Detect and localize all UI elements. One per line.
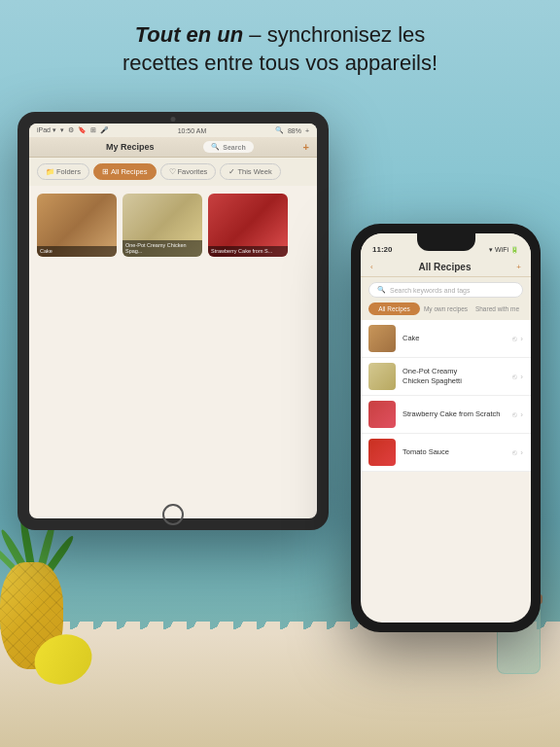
ipad-bookmark-icon: 🔖 (78, 126, 87, 134)
share-icon: ⎋ (512, 448, 517, 457)
ipad-recipe-cake[interactable]: Cake (37, 194, 117, 257)
ipad-tab-this-week[interactable]: ✓ This Week (220, 163, 280, 180)
ipad-status-bar: iPad ▾ ▾ ⚙ 🔖 ⊞ 🎤 10:50 AM 🔍 88% + (29, 124, 317, 137)
chicken-label: One-Pot Creamy Chicken Spag... (122, 240, 202, 257)
header-line-2: recettes entre tous vos appareils! (29, 50, 531, 78)
ipad-title: My Recipes (106, 142, 155, 152)
ipad-add-btn[interactable]: + (303, 141, 309, 153)
signal-icon: ▾ (489, 246, 493, 254)
ipad-screen: iPad ▾ ▾ ⚙ 🔖 ⊞ 🎤 10:50 AM 🔍 88% + My Rec… (29, 124, 317, 518)
iphone-time: 11:20 (372, 245, 392, 254)
wifi-icon: WiFi (495, 246, 508, 253)
iphone-recipe-item-tomato[interactable]: Tomato Sauce ⎋ › (361, 434, 531, 472)
strawberry-thumbnail (368, 401, 396, 428)
ipad-search-placeholder: Search (223, 144, 245, 151)
ipad-search-icon: 🔍 (211, 143, 220, 151)
ipad-add-icon: + (305, 127, 309, 134)
ipad-status-left: iPad ▾ ▾ ⚙ 🔖 ⊞ 🎤 (37, 126, 109, 134)
chevron-right-icon: › (520, 410, 523, 419)
iphone-sub-tabs: All Recipes My own recipes Shared with m… (361, 302, 531, 320)
ipad-search-bar[interactable]: 🔍 Search (203, 141, 253, 153)
strawberry-action-icons: ⎋ › (512, 410, 523, 419)
check-icon: ✓ (228, 167, 235, 176)
cake-action-icons: ⎋ › (512, 335, 523, 343)
chevron-right-icon: › (520, 448, 523, 457)
ipad-apps-icon: ⊞ (90, 126, 96, 134)
chevron-right-icon: › (520, 373, 523, 381)
cake-img-content (368, 325, 396, 352)
iphone-nav-bar: ‹ All Recipes + (361, 258, 531, 277)
tomato-img-content (368, 439, 396, 466)
header-line-1: Tout en un – synchronisez les (29, 21, 531, 50)
ipad-recipe-grid: Cake One-Pot Creamy Chicken Spag... Stra… (29, 186, 317, 265)
ipad-time: 10:50 AM (178, 127, 207, 134)
iphone-recipe-item-strawberry[interactable]: Strawberry Cake from Scratch ⎋ › (361, 396, 531, 434)
ipad-settings-icon: ⚙ (68, 126, 74, 134)
ipad-recipe-strawberry[interactable]: Strawberry Cake from S... (208, 194, 288, 257)
header-line1-rest: – synchronisez les (243, 22, 425, 47)
header-section: Tout en un – synchronisez les recettes e… (0, 21, 560, 77)
search-icon: 🔍 (377, 286, 386, 294)
ipad-search-icon: 🔍 (275, 126, 284, 134)
share-icon: ⎋ (512, 373, 517, 381)
ipad-tab-all-recipes[interactable]: ⊞ All Recipes (93, 163, 157, 180)
ipad-tab-folders[interactable]: 📁 Folders (37, 163, 89, 180)
iphone-notch (417, 233, 475, 251)
iphone-add-button[interactable]: + (516, 263, 521, 271)
chicken-thumbnail (368, 363, 396, 390)
cake-label: Cake (37, 246, 117, 257)
chevron-right-icon: › (520, 335, 523, 343)
iphone-search-input[interactable]: 🔍 Search keywords and tags (368, 282, 523, 298)
ipad-title-bar: My Recipes 🔍 Search + (29, 137, 317, 158)
iphone-recipe-item-cake[interactable]: Cake ⎋ › (361, 320, 531, 358)
ipad-brand: iPad ▾ (37, 126, 56, 134)
ipad-battery: 88% (288, 127, 301, 134)
battery-icon: 🔋 (510, 246, 519, 254)
iphone-tab-own[interactable]: My own recipes (420, 302, 472, 315)
chicken-img-content (368, 363, 396, 390)
cake-thumbnail (368, 325, 396, 352)
share-icon: ⎋ (512, 410, 517, 419)
strawberry-img-content (368, 401, 396, 428)
iphone-back-button[interactable]: ‹ (370, 263, 373, 271)
cake-name: Cake (402, 334, 506, 343)
tomato-name: Tomato Sauce (402, 447, 506, 457)
ipad-tab-favorites[interactable]: ♡ Favorites (160, 163, 217, 180)
ipad-tabs: 📁 Folders ⊞ All Recipes ♡ Favorites ✓ Th… (29, 158, 317, 186)
iphone-tab-shared[interactable]: Shared with me (472, 302, 523, 315)
iphone-recipe-list: Cake ⎋ › One-Pot CreamyChicken Spaghetti… (361, 320, 531, 472)
folder-icon: 📁 (46, 167, 54, 176)
strawberry-label: Strawberry Cake from S... (208, 246, 288, 257)
share-icon: ⎋ (512, 335, 517, 343)
iphone-tab-all[interactable]: All Recipes (368, 302, 420, 315)
iphone-nav-title: All Recipes (419, 262, 472, 272)
iphone-recipe-item-chicken[interactable]: One-Pot CreamyChicken Spaghetti ⎋ › (361, 358, 531, 396)
header-bold: Tout en un (135, 22, 244, 47)
chicken-name: One-Pot CreamyChicken Spaghetti (402, 367, 506, 386)
tomato-thumbnail (368, 439, 396, 466)
iphone-status-icons: ▾ WiFi 🔋 (489, 246, 519, 254)
ipad-mic-icon: 🎤 (100, 126, 109, 134)
ipad-camera (171, 117, 176, 122)
iphone-screen: 11:20 ▾ WiFi 🔋 ‹ All Recipes + 🔍 Search … (361, 233, 531, 622)
tomato-action-icons: ⎋ › (512, 448, 523, 457)
strawberry-name: Strawberry Cake from Scratch (402, 409, 506, 419)
search-placeholder: Search keywords and tags (390, 287, 471, 294)
iphone-search-bar: 🔍 Search keywords and tags (361, 277, 531, 302)
iphone-device: 11:20 ▾ WiFi 🔋 ‹ All Recipes + 🔍 Search … (351, 224, 541, 632)
chicken-action-icons: ⎋ › (512, 373, 523, 381)
ipad-home-button[interactable] (162, 504, 184, 525)
heart-icon: ♡ (169, 167, 176, 176)
ipad-recipe-chicken[interactable]: One-Pot Creamy Chicken Spag... (122, 194, 202, 257)
ipad-wifi-icon: ▾ (60, 126, 64, 134)
grid-icon: ⊞ (102, 167, 109, 176)
ipad-status-right: 🔍 88% + (275, 126, 309, 134)
ipad-device: iPad ▾ ▾ ⚙ 🔖 ⊞ 🎤 10:50 AM 🔍 88% + My Rec… (18, 112, 329, 530)
